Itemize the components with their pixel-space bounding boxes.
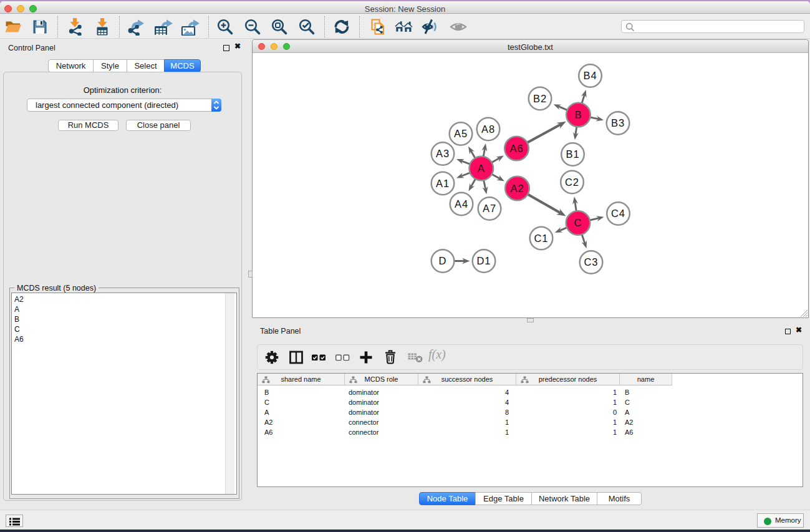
svg-text:A8: A8 [481, 123, 495, 135]
svg-text:A2: A2 [510, 183, 524, 194]
svg-text:C1: C1 [534, 233, 548, 244]
svg-text:C2: C2 [565, 177, 579, 188]
svg-text:A: A [478, 163, 485, 174]
svg-text:C3: C3 [584, 256, 598, 268]
svg-text:C: C [574, 217, 582, 228]
svg-text:B: B [574, 109, 582, 120]
svg-text:D: D [439, 255, 447, 266]
svg-text:D1: D1 [476, 255, 491, 266]
svg-text:A7: A7 [483, 203, 496, 214]
svg-text:A5: A5 [454, 128, 468, 139]
svg-text:A4: A4 [455, 198, 468, 210]
svg-text:B2: B2 [533, 93, 547, 104]
svg-text:A3: A3 [436, 148, 450, 159]
svg-text:A6: A6 [509, 143, 523, 154]
svg-text:B1: B1 [566, 148, 579, 160]
svg-text:C4: C4 [611, 208, 625, 219]
svg-text:B3: B3 [611, 117, 625, 128]
svg-text:B4: B4 [583, 70, 597, 81]
svg-text:A1: A1 [436, 178, 450, 189]
